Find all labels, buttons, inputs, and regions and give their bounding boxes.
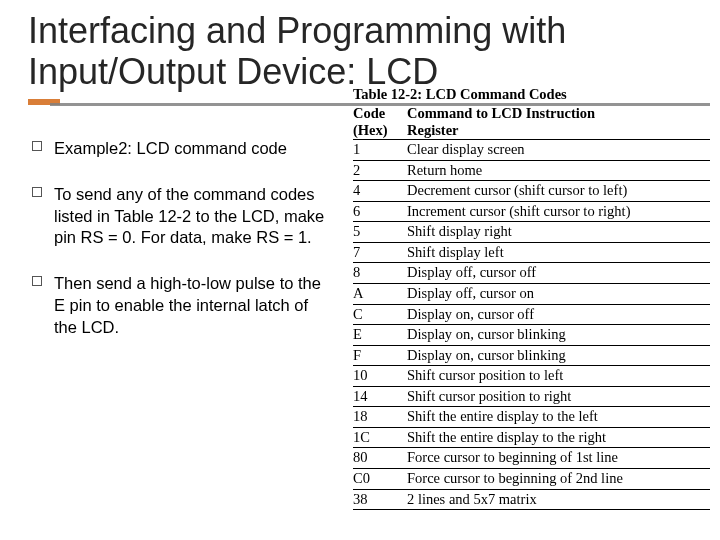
table-row: C0Force cursor to beginning of 2nd line (353, 469, 710, 490)
table-subheader: (Hex) Register (353, 122, 710, 140)
table-row: 6Increment cursor (shift cursor to right… (353, 202, 710, 223)
cell-command: Increment cursor (shift cursor to right) (407, 202, 710, 222)
cell-code: 38 (353, 490, 407, 510)
table-row: 2Return home (353, 161, 710, 182)
cell-command: Force cursor to beginning of 1st line (407, 448, 710, 468)
cell-command: Shift cursor position to left (407, 366, 710, 386)
table-row: 382 lines and 5x7 matrix (353, 490, 710, 511)
cell-command: Decrement cursor (shift cursor to left) (407, 181, 710, 201)
table-row: 5Shift display right (353, 222, 710, 243)
cell-command: Display off, cursor on (407, 284, 710, 304)
table-row: 7Shift display left (353, 243, 710, 264)
cell-command: Shift display left (407, 243, 710, 263)
cell-code: 1 (353, 140, 407, 160)
header-command: Command to LCD Instruction (407, 105, 710, 122)
table-row: FDisplay on, cursor blinking (353, 346, 710, 367)
slide-title: Interfacing and Programming with Input/O… (28, 10, 692, 93)
table-caption: Table 12-2: LCD Command Codes (353, 86, 710, 103)
bullet-item: Example2: LCD command code (28, 138, 333, 160)
cell-code: 7 (353, 243, 407, 263)
slide: Interfacing and Programming with Input/O… (0, 0, 720, 540)
bullet-item: Then send a high-to-low pulse to the E p… (28, 273, 333, 338)
cell-code: A (353, 284, 407, 304)
cell-command: Display on, cursor blinking (407, 325, 710, 345)
table-row: 80Force cursor to beginning of 1st line (353, 448, 710, 469)
table-row: 10Shift cursor position to left (353, 366, 710, 387)
header-code: Code (353, 105, 407, 122)
cell-command: Display on, cursor off (407, 305, 710, 325)
cell-code: 1C (353, 428, 407, 448)
table-column: Table 12-2: LCD Command Codes Code Comma… (353, 86, 710, 486)
cell-code: 18 (353, 407, 407, 427)
table-row: ADisplay off, cursor on (353, 284, 710, 305)
cell-command: Shift the entire display to the right (407, 428, 710, 448)
cell-command: Shift cursor position to right (407, 387, 710, 407)
table-row: 1Clear display screen (353, 140, 710, 161)
cell-command: Shift display right (407, 222, 710, 242)
cell-code: 10 (353, 366, 407, 386)
cell-command: Clear display screen (407, 140, 710, 160)
bullet-item: To send any of the command codes listed … (28, 184, 333, 249)
cell-command: 2 lines and 5x7 matrix (407, 490, 710, 510)
cell-command: Display off, cursor off (407, 263, 710, 283)
cell-command: Force cursor to beginning of 2nd line (407, 469, 710, 489)
table-row: 14Shift cursor position to right (353, 387, 710, 408)
table-header: Code Command to LCD Instruction (353, 105, 710, 122)
cell-code: C (353, 305, 407, 325)
slide-body: Example2: LCD command code To send any o… (28, 128, 710, 528)
cell-code: 14 (353, 387, 407, 407)
cell-command: Shift the entire display to the left (407, 407, 710, 427)
cell-code: C0 (353, 469, 407, 489)
table-row: 4Decrement cursor (shift cursor to left) (353, 181, 710, 202)
cell-code: 80 (353, 448, 407, 468)
subheader-command: Register (407, 122, 710, 139)
table-rows: 1Clear display screen2Return home4Decrem… (353, 140, 710, 510)
cell-code: 4 (353, 181, 407, 201)
left-column: Example2: LCD command code To send any o… (28, 128, 333, 528)
cell-code: E (353, 325, 407, 345)
cell-command: Return home (407, 161, 710, 181)
subheader-code: (Hex) (353, 122, 407, 139)
table-row: 18Shift the entire display to the left (353, 407, 710, 428)
table-row: EDisplay on, cursor blinking (353, 325, 710, 346)
table-row: CDisplay on, cursor off (353, 305, 710, 326)
table-row: 8Display off, cursor off (353, 263, 710, 284)
cell-code: 5 (353, 222, 407, 242)
table-row: 1CShift the entire display to the right (353, 428, 710, 449)
cell-code: F (353, 346, 407, 366)
cell-code: 2 (353, 161, 407, 181)
cell-code: 6 (353, 202, 407, 222)
cell-command: Display on, cursor blinking (407, 346, 710, 366)
bullet-list: Example2: LCD command code To send any o… (28, 138, 333, 338)
cell-code: 8 (353, 263, 407, 283)
